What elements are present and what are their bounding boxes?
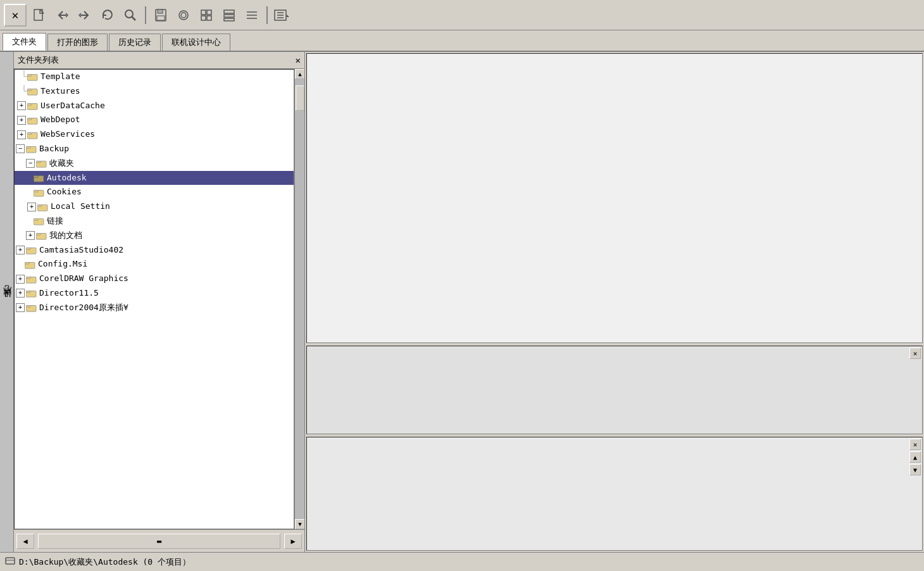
- tree-label-director115: Director11.5: [39, 287, 99, 300]
- right-panel-preview: [306, 53, 923, 343]
- svg-line-1: [40, 9, 44, 13]
- file-tree[interactable]: Template Textures +: [14, 69, 294, 529]
- bottom-close-icon: ✕: [913, 441, 918, 449]
- expander-coreldraw[interactable]: +: [16, 275, 25, 284]
- tree-label-webdepot: WebDepot: [41, 113, 80, 127]
- right-panel-bottom: ✕ ▲ ▼: [306, 437, 923, 551]
- svg-point-4: [125, 10, 133, 18]
- search-button[interactable]: [120, 5, 140, 25]
- scroll-down-btn[interactable]: ▼: [295, 519, 304, 529]
- tabs-row: 文件夹 打开的图形 历史记录 联机设计中心: [0, 30, 924, 52]
- tree-label-cookies: Cookies: [47, 185, 82, 199]
- tree-label-director2004: Director2004原来插¥: [39, 301, 128, 315]
- back-button[interactable]: [52, 5, 72, 25]
- tree-item-webservices[interactable]: + WebServices: [15, 127, 294, 142]
- tree-item-template[interactable]: Template: [15, 70, 294, 84]
- panel-close-icon[interactable]: ✕: [296, 55, 301, 65]
- bottom-panel-close[interactable]: ✕: [909, 439, 921, 450]
- expander-director2004[interactable]: +: [16, 303, 25, 312]
- svg-rect-35: [27, 118, 32, 120]
- grid-button[interactable]: [196, 5, 216, 25]
- tree-label-autodesk: Autodesk: [47, 172, 87, 185]
- expander-webdepot[interactable]: +: [17, 116, 26, 125]
- nav-right-btn[interactable]: ▶: [284, 534, 302, 549]
- list-button[interactable]: [219, 5, 239, 25]
- svg-rect-55: [25, 262, 29, 264]
- svg-rect-33: [27, 103, 32, 105]
- expander-wodewenjian[interactable]: +: [26, 231, 35, 240]
- toolbar: ✕: [0, 0, 924, 30]
- tree-item-lianjie[interactable]: 链接: [15, 214, 294, 229]
- tab-folder[interactable]: 文件夹: [3, 33, 46, 51]
- expander-backup[interactable]: −: [16, 144, 25, 153]
- forward-button[interactable]: [75, 5, 95, 25]
- status-icon: [5, 556, 15, 568]
- svg-rect-8: [157, 16, 165, 20]
- svg-rect-43: [34, 175, 38, 177]
- tab-history[interactable]: 历史记录: [109, 34, 161, 51]
- menu-button[interactable]: [272, 5, 292, 25]
- main-area: 设计中心 文件夹列表 ✕ Template: [0, 52, 924, 552]
- middle-close-icon: ✕: [913, 349, 918, 358]
- tab-online-center[interactable]: 联机设计中心: [162, 34, 230, 51]
- expander-shoucang[interactable]: −: [26, 159, 35, 168]
- tree-scrollbar[interactable]: ▲ ▼: [294, 69, 304, 529]
- svg-rect-14: [224, 10, 234, 13]
- tree-item-shoucang[interactable]: − 收藏夹: [15, 156, 294, 171]
- expander-camtasia[interactable]: +: [16, 246, 25, 254]
- expander-userdatacache[interactable]: +: [17, 101, 26, 110]
- new-button[interactable]: [29, 5, 49, 25]
- nav-scroll-btn[interactable]: ▬: [38, 534, 280, 549]
- tree-item-camtasia[interactable]: + CamtasiaStudio402: [15, 243, 294, 258]
- tree-item-webdepot[interactable]: + WebDepot: [15, 113, 294, 127]
- tree-item-cookies[interactable]: Cookies: [15, 185, 294, 199]
- svg-rect-13: [207, 16, 211, 20]
- tree-item-localsettings[interactable]: + Local Settin: [15, 199, 294, 214]
- middle-panel-close[interactable]: ✕: [909, 348, 921, 359]
- svg-rect-12: [201, 16, 206, 20]
- nav-left-btn[interactable]: ◀: [16, 534, 34, 549]
- tree-item-backup[interactable]: − Backup: [15, 142, 294, 156]
- expander-director115[interactable]: +: [16, 289, 25, 298]
- svg-point-9: [181, 13, 186, 18]
- tree-item-userdatacache[interactable]: + UserDataCache: [15, 99, 294, 113]
- right-panel-middle: ✕: [306, 346, 923, 434]
- bottom-scroll-down[interactable]: ▼: [909, 464, 921, 475]
- expander-localsettings[interactable]: +: [27, 203, 36, 211]
- status-text: D:\Backup\收藏夹\Autodesk (0 个项目）: [19, 556, 190, 568]
- side-tab-label: 设计中心: [1, 299, 13, 304]
- svg-rect-39: [26, 147, 30, 149]
- svg-rect-62: [6, 558, 15, 564]
- save-button[interactable]: [151, 5, 171, 25]
- tree-item-configmsi[interactable]: Config.Msi: [15, 257, 294, 272]
- tree-item-director2004[interactable]: + Director2004原来插¥: [15, 301, 294, 315]
- svg-rect-49: [34, 219, 38, 221]
- side-design-center-tab[interactable]: 设计中心: [0, 52, 14, 552]
- tree-item-autodesk[interactable]: Autodesk: [15, 171, 294, 185]
- left-file-panel: 文件夹列表 ✕ Template: [14, 52, 305, 552]
- tree-item-textures[interactable]: Textures: [15, 84, 294, 99]
- svg-rect-51: [36, 234, 41, 235]
- refresh-button[interactable]: [97, 5, 118, 25]
- bottom-scroll-up[interactable]: ▲: [909, 451, 921, 463]
- expander-webservices[interactable]: +: [17, 130, 26, 139]
- view-button[interactable]: [173, 5, 194, 25]
- svg-rect-59: [26, 291, 30, 293]
- tree-label-localsettings: Local Settin: [51, 200, 110, 213]
- svg-rect-57: [26, 277, 30, 279]
- tree-item-coreldraw[interactable]: + CorelDRAW Graphics: [15, 272, 294, 286]
- scroll-up-btn[interactable]: ▲: [295, 69, 304, 79]
- tree-item-wodewenjian[interactable]: + 我的文档: [15, 229, 294, 243]
- scrollbar-track[interactable]: [295, 79, 304, 519]
- tab-open-graphics[interactable]: 打开的图形: [47, 34, 108, 51]
- tree-label-camtasia: CamtasiaStudio402: [39, 244, 123, 257]
- panel-header: 文件夹列表 ✕: [14, 52, 304, 69]
- tree-item-director115[interactable]: + Director11.5: [15, 286, 294, 301]
- tree-label-textures: Textures: [41, 85, 80, 98]
- tree-label-wodewenjian: 我的文档: [49, 229, 82, 242]
- close-button[interactable]: ✕: [4, 4, 27, 27]
- tree-label-webservices: WebServices: [41, 128, 95, 141]
- svg-rect-11: [207, 10, 211, 15]
- scrollbar-thumb[interactable]: [296, 85, 304, 111]
- detail-button[interactable]: [242, 5, 262, 25]
